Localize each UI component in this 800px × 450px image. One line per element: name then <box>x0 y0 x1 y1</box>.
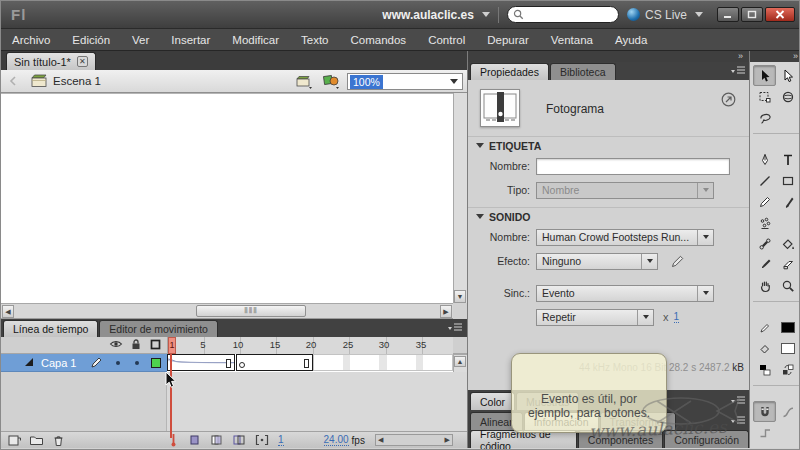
chevron-down-icon[interactable] <box>641 254 657 269</box>
panel-menu-icon[interactable] <box>730 416 746 425</box>
workspace-switcher[interactable]: www.aulaclic.es <box>382 8 474 22</box>
current-frame-value[interactable]: 1 <box>278 434 284 446</box>
chevron-down-icon[interactable] <box>637 310 653 325</box>
label-name-input[interactable] <box>536 158 730 175</box>
edit-scene-icon[interactable] <box>296 74 313 89</box>
repeat-count-value[interactable]: 1 <box>674 311 680 323</box>
chevron-down-icon[interactable] <box>697 286 713 301</box>
close-icon[interactable]: ✕ <box>77 56 88 67</box>
paint-bucket-tool[interactable] <box>776 233 799 254</box>
tab-color[interactable]: Color <box>470 392 515 410</box>
menu-comandos[interactable]: Comandos <box>340 34 418 46</box>
chevron-down-icon[interactable] <box>695 12 703 17</box>
zoom-level-input[interactable]: 100% <box>347 73 463 90</box>
fps-value[interactable]: 24.00 <box>324 434 349 446</box>
back-arrow-icon[interactable] <box>7 75 21 87</box>
collapse-panels-icon[interactable]: » <box>793 51 797 61</box>
panel-menu-icon[interactable] <box>730 66 746 75</box>
scroll-right-arrow[interactable]: ▶ <box>440 305 452 318</box>
3d-rotation-tool[interactable] <box>776 86 799 107</box>
cs-live-button[interactable]: CS Live <box>627 8 687 22</box>
document-tab[interactable]: Sin título-1* ✕ <box>6 52 96 70</box>
fill-color-swatch[interactable] <box>776 338 799 359</box>
deco-tool[interactable] <box>753 212 776 233</box>
subselection-tool[interactable] <box>776 65 799 86</box>
scrollbar-thumb[interactable]: ⦀⦀⦀ <box>196 305 306 317</box>
chevron-down-icon[interactable] <box>482 12 490 17</box>
external-link-icon[interactable] <box>721 92 736 107</box>
menu-texto[interactable]: Texto <box>290 34 340 46</box>
stage-canvas[interactable] <box>1 93 453 303</box>
eyedropper-tool[interactable] <box>753 254 776 275</box>
frame-ruler[interactable]: 1 5 10 15 20 25 30 35 <box>167 337 453 354</box>
layer-list-area[interactable] <box>1 372 167 431</box>
scroll-right-arrow[interactable]: ▶ <box>445 436 450 444</box>
delete-layer-button[interactable] <box>52 434 65 447</box>
restore-button[interactable] <box>741 7 763 22</box>
pencil-tool[interactable] <box>753 191 776 212</box>
outline-layers-icon[interactable] <box>149 338 162 351</box>
empty-frames[interactable] <box>313 354 453 371</box>
menu-insertar[interactable]: Insertar <box>160 34 221 46</box>
tab-configuracion[interactable]: Configuración <box>664 430 749 448</box>
timeline-horizontal-scrollbar[interactable]: ◀ ▶ <box>375 434 453 446</box>
menu-control[interactable]: Control <box>417 34 476 46</box>
snap-to-objects-toggle[interactable] <box>753 401 776 422</box>
line-tool[interactable] <box>753 170 776 191</box>
scroll-left-arrow[interactable]: ◀ <box>378 436 383 444</box>
lock-layers-icon[interactable] <box>130 338 142 351</box>
timeline-scroll-up[interactable]: ▲ <box>453 354 467 372</box>
swap-colors-button[interactable] <box>776 359 799 380</box>
empty-frame-span[interactable] <box>236 354 313 371</box>
sound-frame-span[interactable] <box>167 354 235 371</box>
brush-tool[interactable] <box>776 191 799 212</box>
chevron-down-icon[interactable] <box>697 230 713 245</box>
breadcrumb-scene[interactable]: Escena 1 <box>53 75 101 87</box>
close-button[interactable] <box>765 7 795 22</box>
layer-row[interactable]: Capa 1 <box>1 354 467 372</box>
layer-visible-dot[interactable] <box>116 361 120 365</box>
stage-horizontal-scrollbar[interactable]: ◀ ⦀⦀⦀ ▶ <box>1 303 453 319</box>
straighten-toggle[interactable] <box>753 422 776 443</box>
menu-edicion[interactable]: Edición <box>61 34 121 46</box>
layer-lock-dot[interactable] <box>135 361 139 365</box>
menu-ver[interactable]: Ver <box>121 34 160 46</box>
free-transform-tool[interactable] <box>753 86 776 107</box>
bone-tool[interactable] <box>753 233 776 254</box>
new-folder-button[interactable] <box>29 434 44 446</box>
black-white-button[interactable] <box>753 359 776 380</box>
layer-outline-color[interactable] <box>151 358 161 368</box>
tab-propiedades[interactable]: Propiedades <box>470 63 549 80</box>
pen-tool[interactable] <box>753 149 776 170</box>
hand-tool[interactable] <box>753 275 776 296</box>
edit-symbols-icon[interactable] <box>323 73 341 89</box>
section-etiqueta[interactable]: ETIQUETA <box>468 136 750 154</box>
menu-archivo[interactable]: Archivo <box>1 34 61 46</box>
sound-name-dropdown[interactable]: Human Crowd Footsteps Run... <box>536 229 714 246</box>
collapse-panels-icon[interactable]: » <box>738 51 742 61</box>
layer-name[interactable]: Capa 1 <box>41 357 76 369</box>
menu-depurar[interactable]: Depurar <box>476 34 540 46</box>
panel-menu-icon[interactable] <box>730 396 746 405</box>
tab-motion-editor[interactable]: Editor de movimiento <box>99 320 218 337</box>
search-input[interactable] <box>507 6 619 23</box>
scroll-left-arrow[interactable]: ◀ <box>2 305 14 318</box>
tab-biblioteca[interactable]: Biblioteca <box>550 63 616 80</box>
zoom-tool[interactable] <box>776 275 799 296</box>
menu-modificar[interactable]: Modificar <box>221 34 290 46</box>
stage-vertical-scrollbar[interactable]: ▼ <box>453 93 467 303</box>
sound-sync-dropdown[interactable]: Evento <box>536 285 714 302</box>
sound-repeat-dropdown[interactable]: Repetir <box>536 309 654 326</box>
show-hide-layers-icon[interactable] <box>109 338 123 350</box>
onion-skin-outlines-button[interactable] <box>232 434 246 446</box>
playhead-line[interactable] <box>170 354 172 438</box>
text-tool[interactable] <box>776 149 799 170</box>
stroke-color-swatch[interactable] <box>776 317 799 338</box>
tab-timeline[interactable]: Línea de tiempo <box>3 320 98 337</box>
menu-ayuda[interactable]: Ayuda <box>604 34 658 46</box>
section-sonido[interactable]: SONIDO <box>468 207 750 225</box>
layer-capa1[interactable]: Capa 1 <box>1 354 167 372</box>
playhead[interactable]: 1 <box>168 337 176 354</box>
panel-menu-icon[interactable] <box>447 323 463 332</box>
edit-multiple-frames-button[interactable] <box>255 434 269 446</box>
